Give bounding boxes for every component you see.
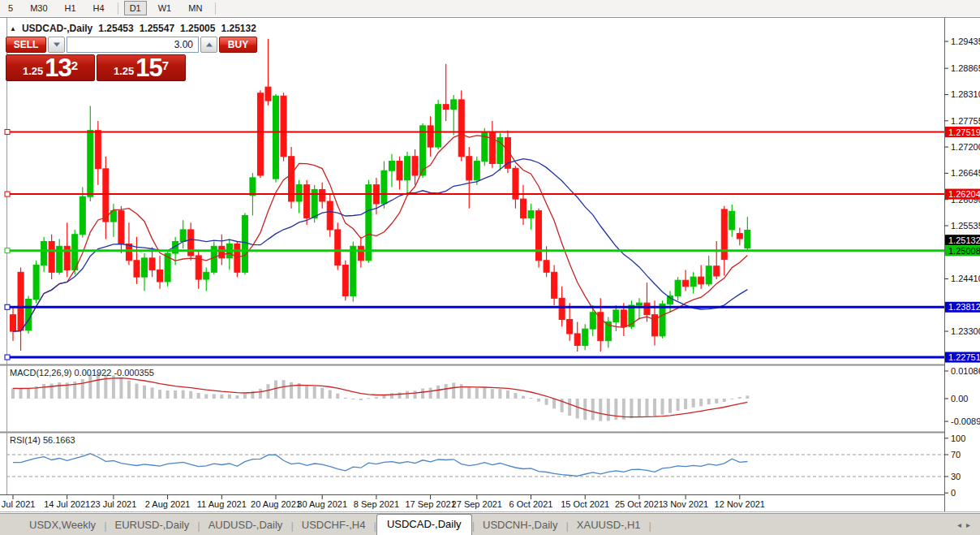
candle-body	[157, 270, 163, 282]
macd-bar	[104, 374, 107, 399]
timeframe-MN[interactable]: MN	[183, 1, 208, 15]
date-tick-label: 17 Sep 2021	[405, 499, 455, 509]
macd-bar	[653, 399, 656, 416]
candle-body	[690, 277, 696, 287]
macd-bar	[266, 384, 269, 399]
timeframe-H1[interactable]: H1	[59, 1, 82, 15]
candle-body	[257, 93, 263, 175]
tab-scroll-left-icon[interactable]: ◂	[957, 520, 966, 529]
candle-body	[675, 280, 681, 296]
candle-body	[88, 131, 93, 196]
date-tick-label: 2 Aug 2021	[145, 499, 191, 509]
macd-bar	[204, 394, 208, 399]
date-tick-label: 30 Aug 2021	[297, 499, 347, 509]
candle-body	[397, 162, 402, 180]
macd-bar	[336, 394, 339, 399]
candle-body	[296, 185, 302, 201]
macd-bar	[491, 389, 494, 399]
volume-increase-button[interactable]	[200, 37, 217, 53]
candle-body	[304, 185, 310, 218]
tab-usdcnh-daily[interactable]: USDCNH-,Daily	[475, 516, 565, 535]
svg-text:1.25535: 1.25535	[951, 221, 980, 231]
candle-body	[458, 100, 464, 157]
candle-body	[18, 272, 24, 330]
timeframe-M30[interactable]: M30	[24, 1, 53, 15]
macd-bar	[390, 393, 393, 399]
volume-input[interactable]	[67, 37, 199, 53]
sell-price-big: 13	[45, 57, 71, 80]
svg-text:0: 0	[951, 488, 956, 498]
buy-price-box[interactable]: 1.25 15 7	[97, 54, 186, 81]
level-anchor	[5, 248, 10, 253]
macd-bar	[730, 399, 733, 399]
macd-bar	[228, 395, 231, 399]
buy-button[interactable]: BUY	[219, 37, 257, 53]
level-anchor	[5, 130, 10, 135]
svg-text:1.26645: 1.26645	[951, 168, 980, 178]
ohlc-high: 1.25547	[140, 23, 174, 34]
ohlc-close: 1.25132	[221, 23, 256, 34]
svg-text:1.22751: 1.22751	[948, 352, 980, 362]
macd-bar	[313, 386, 316, 399]
date-tick-label: 20 Aug 2021	[251, 499, 301, 509]
macd-bar	[189, 391, 192, 399]
tab-usdcad-daily[interactable]: USDCAD-,Daily	[376, 514, 472, 535]
timeframe-D1[interactable]: D1	[124, 1, 147, 15]
candle-body	[26, 299, 32, 330]
candle-body	[729, 211, 735, 230]
timeframe-5[interactable]: 5	[2, 1, 19, 15]
tab-audusd-daily[interactable]: AUDUSD-,Daily	[200, 516, 291, 535]
toolbar-separator	[215, 2, 216, 15]
macd-bar	[677, 399, 680, 411]
tab-scroll-right-icon[interactable]: ▸	[966, 520, 975, 529]
macd-bar	[329, 390, 332, 399]
macd-bar	[537, 399, 540, 402]
timeframe-W1[interactable]: W1	[153, 1, 178, 15]
candle-body	[443, 105, 449, 110]
macd-bar	[530, 398, 533, 399]
svg-text:1.25008: 1.25008	[948, 246, 980, 256]
macd-bar	[460, 384, 463, 399]
svg-text:0.00: 0.00	[951, 394, 968, 403]
candle-body	[745, 231, 750, 248]
sell-price-prefix: 1.25	[23, 63, 43, 80]
tab-usdx-weekly[interactable]: USDX,Weekly	[21, 516, 104, 535]
date-tick-label: 3 Nov 2021	[663, 499, 708, 509]
macd-bar	[421, 389, 424, 399]
candle-body	[644, 303, 650, 315]
macd-bar	[429, 388, 432, 399]
macd-bar	[11, 388, 15, 399]
candle-body	[242, 215, 247, 272]
candle-body	[281, 96, 286, 156]
candle-body	[436, 105, 441, 147]
macd-bar	[668, 399, 672, 413]
tab-eurusd-daily[interactable]: EURUSD-,Daily	[107, 516, 198, 535]
candle-body	[180, 230, 186, 242]
tab-xauusd-h1[interactable]: XAUUSD-,H1	[569, 516, 649, 535]
svg-text:30: 30	[951, 472, 961, 481]
candle-body	[265, 87, 271, 101]
sell-button[interactable]: SELL	[6, 37, 46, 53]
macd-bar	[445, 384, 448, 399]
macd-bar	[158, 390, 161, 399]
macd-bar	[367, 398, 370, 399]
svg-text:1.28310: 1.28310	[951, 89, 980, 99]
candle-body	[80, 196, 85, 235]
timeframe-H4[interactable]: H4	[88, 1, 110, 15]
chart-area[interactable]: 1.294351.288651.283101.277551.272001.266…	[0, 16, 980, 513]
tab-usdchf-h4[interactable]: USDCHF-,H4	[294, 516, 374, 535]
collapse-panel-icon[interactable]: ▲	[10, 25, 16, 32]
sell-price-box[interactable]: 1.25 13 2	[6, 54, 95, 81]
macd-bar	[576, 399, 579, 419]
level-anchor	[5, 192, 10, 196]
candle-body	[428, 126, 433, 147]
candle-body	[49, 241, 54, 272]
date-tick-label: 27 Sep 2021	[452, 499, 502, 509]
macd-bar	[58, 382, 61, 399]
macd-label: MACD(12,26,9) 0.001922 -0.000355	[10, 368, 154, 378]
svg-text:1.26204: 1.26204	[948, 189, 980, 199]
svg-text:1.29435: 1.29435	[951, 37, 980, 46]
volume-decrease-button[interactable]	[48, 37, 65, 53]
macd-bar	[282, 380, 286, 399]
svg-text:1.25132: 1.25132	[948, 235, 980, 245]
